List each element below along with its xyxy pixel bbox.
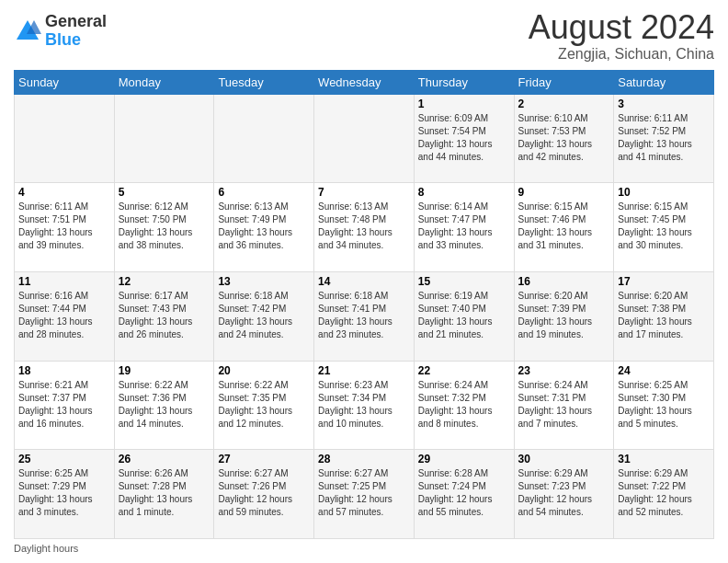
calendar-cell: 7Sunrise: 6:13 AM Sunset: 7:48 PM Daylig… bbox=[314, 183, 415, 272]
day-number: 4 bbox=[18, 186, 110, 199]
day-number: 17 bbox=[618, 275, 710, 288]
day-number: 14 bbox=[318, 275, 410, 288]
day-number: 7 bbox=[318, 186, 410, 199]
logo-icon bbox=[14, 17, 41, 45]
calendar-cell bbox=[15, 94, 115, 183]
day-info: Sunrise: 6:23 AM Sunset: 7:34 PM Dayligh… bbox=[318, 379, 410, 431]
day-info: Sunrise: 6:16 AM Sunset: 7:44 PM Dayligh… bbox=[18, 290, 110, 341]
calendar-cell: 25Sunrise: 6:25 AM Sunset: 7:29 PM Dayli… bbox=[15, 450, 115, 539]
calendar-cell: 23Sunrise: 6:24 AM Sunset: 7:31 PM Dayli… bbox=[514, 361, 614, 450]
calendar-table: SundayMondayTuesdayWednesdayThursdayFrid… bbox=[14, 70, 714, 539]
day-info: Sunrise: 6:18 AM Sunset: 7:41 PM Dayligh… bbox=[318, 290, 410, 341]
day-info: Sunrise: 6:22 AM Sunset: 7:36 PM Dayligh… bbox=[119, 379, 210, 431]
day-number: 21 bbox=[318, 364, 410, 377]
calendar-cell: 30Sunrise: 6:29 AM Sunset: 7:23 PM Dayli… bbox=[514, 450, 614, 539]
calendar-cell: 26Sunrise: 6:26 AM Sunset: 7:28 PM Dayli… bbox=[114, 450, 214, 539]
calendar-cell: 19Sunrise: 6:22 AM Sunset: 7:36 PM Dayli… bbox=[114, 361, 214, 450]
main-title: August 2024 bbox=[529, 9, 714, 46]
day-info: Sunrise: 6:15 AM Sunset: 7:46 PM Dayligh… bbox=[518, 201, 610, 252]
day-info: Sunrise: 6:24 AM Sunset: 7:31 PM Dayligh… bbox=[518, 379, 610, 431]
calendar-cell: 17Sunrise: 6:20 AM Sunset: 7:38 PM Dayli… bbox=[614, 271, 714, 361]
day-number: 6 bbox=[218, 186, 310, 199]
day-number: 1 bbox=[418, 98, 510, 110]
day-info: Sunrise: 6:29 AM Sunset: 7:22 PM Dayligh… bbox=[618, 467, 710, 519]
day-info: Sunrise: 6:20 AM Sunset: 7:39 PM Dayligh… bbox=[518, 290, 610, 341]
calendar-cell: 6Sunrise: 6:13 AM Sunset: 7:49 PM Daylig… bbox=[214, 183, 314, 272]
day-number: 2 bbox=[518, 98, 610, 110]
calendar-cell: 21Sunrise: 6:23 AM Sunset: 7:34 PM Dayli… bbox=[314, 361, 415, 450]
header: General Blue August 2024 Zengjia, Sichua… bbox=[14, 9, 714, 63]
day-info: Sunrise: 6:20 AM Sunset: 7:38 PM Dayligh… bbox=[618, 290, 710, 341]
calendar-header-row: SundayMondayTuesdayWednesdayThursdayFrid… bbox=[15, 70, 714, 94]
day-number: 25 bbox=[18, 453, 110, 465]
calendar-cell bbox=[114, 94, 214, 183]
day-number: 31 bbox=[618, 453, 710, 465]
day-info: Sunrise: 6:19 AM Sunset: 7:40 PM Dayligh… bbox=[418, 290, 510, 341]
calendar-week-row: 25Sunrise: 6:25 AM Sunset: 7:29 PM Dayli… bbox=[15, 450, 714, 539]
calendar-cell: 31Sunrise: 6:29 AM Sunset: 7:22 PM Dayli… bbox=[614, 450, 714, 539]
calendar-cell: 9Sunrise: 6:15 AM Sunset: 7:46 PM Daylig… bbox=[514, 183, 614, 272]
day-number: 12 bbox=[119, 275, 210, 288]
calendar-cell: 28Sunrise: 6:27 AM Sunset: 7:25 PM Dayli… bbox=[314, 450, 415, 539]
calendar-cell: 29Sunrise: 6:28 AM Sunset: 7:24 PM Dayli… bbox=[414, 450, 514, 539]
calendar-day-header: Monday bbox=[114, 70, 214, 94]
calendar-cell: 18Sunrise: 6:21 AM Sunset: 7:37 PM Dayli… bbox=[15, 361, 115, 450]
day-number: 23 bbox=[518, 364, 610, 377]
day-number: 28 bbox=[318, 453, 410, 465]
calendar-cell: 20Sunrise: 6:22 AM Sunset: 7:35 PM Dayli… bbox=[214, 361, 314, 450]
calendar-cell: 13Sunrise: 6:18 AM Sunset: 7:42 PM Dayli… bbox=[214, 271, 314, 361]
calendar-day-header: Wednesday bbox=[314, 70, 415, 94]
logo-blue-text: Blue bbox=[45, 31, 107, 50]
calendar-cell: 11Sunrise: 6:16 AM Sunset: 7:44 PM Dayli… bbox=[15, 271, 115, 361]
day-number: 16 bbox=[518, 275, 610, 288]
day-number: 3 bbox=[618, 98, 710, 110]
calendar-day-header: Tuesday bbox=[214, 70, 314, 94]
calendar-day-header: Saturday bbox=[614, 70, 714, 94]
day-info: Sunrise: 6:13 AM Sunset: 7:48 PM Dayligh… bbox=[318, 201, 410, 252]
day-info: Sunrise: 6:22 AM Sunset: 7:35 PM Dayligh… bbox=[218, 379, 310, 431]
calendar-week-row: 18Sunrise: 6:21 AM Sunset: 7:37 PM Dayli… bbox=[15, 361, 714, 450]
title-block: August 2024 Zengjia, Sichuan, China bbox=[529, 9, 714, 63]
day-number: 5 bbox=[119, 186, 210, 199]
day-info: Sunrise: 6:18 AM Sunset: 7:42 PM Dayligh… bbox=[218, 290, 310, 341]
day-number: 26 bbox=[119, 453, 210, 465]
logo-general-text: General bbox=[45, 13, 107, 31]
day-number: 24 bbox=[618, 364, 710, 377]
calendar-cell: 15Sunrise: 6:19 AM Sunset: 7:40 PM Dayli… bbox=[414, 271, 514, 361]
day-info: Sunrise: 6:15 AM Sunset: 7:45 PM Dayligh… bbox=[618, 201, 710, 252]
day-info: Sunrise: 6:12 AM Sunset: 7:50 PM Dayligh… bbox=[119, 201, 210, 252]
day-info: Sunrise: 6:27 AM Sunset: 7:25 PM Dayligh… bbox=[318, 467, 410, 519]
day-number: 29 bbox=[418, 453, 510, 465]
day-info: Sunrise: 6:17 AM Sunset: 7:43 PM Dayligh… bbox=[119, 290, 210, 341]
calendar-cell: 22Sunrise: 6:24 AM Sunset: 7:32 PM Dayli… bbox=[414, 361, 514, 450]
day-number: 20 bbox=[218, 364, 310, 377]
day-number: 22 bbox=[418, 364, 510, 377]
calendar-cell: 1Sunrise: 6:09 AM Sunset: 7:54 PM Daylig… bbox=[414, 94, 514, 183]
day-number: 9 bbox=[518, 186, 610, 199]
day-number: 27 bbox=[218, 453, 310, 465]
calendar-day-header: Thursday bbox=[414, 70, 514, 94]
day-info: Sunrise: 6:14 AM Sunset: 7:47 PM Dayligh… bbox=[418, 201, 510, 252]
calendar-cell: 27Sunrise: 6:27 AM Sunset: 7:26 PM Dayli… bbox=[214, 450, 314, 539]
calendar-cell: 14Sunrise: 6:18 AM Sunset: 7:41 PM Dayli… bbox=[314, 271, 415, 361]
day-number: 13 bbox=[218, 275, 310, 288]
day-number: 18 bbox=[18, 364, 110, 377]
day-info: Sunrise: 6:09 AM Sunset: 7:54 PM Dayligh… bbox=[418, 112, 510, 164]
calendar-day-header: Sunday bbox=[15, 70, 115, 94]
page: General Blue August 2024 Zengjia, Sichua… bbox=[0, 0, 728, 563]
calendar-cell: 4Sunrise: 6:11 AM Sunset: 7:51 PM Daylig… bbox=[15, 183, 115, 272]
day-info: Sunrise: 6:13 AM Sunset: 7:49 PM Dayligh… bbox=[218, 201, 310, 252]
calendar-cell: 8Sunrise: 6:14 AM Sunset: 7:47 PM Daylig… bbox=[414, 183, 514, 272]
footer: Daylight hours bbox=[14, 543, 714, 554]
day-info: Sunrise: 6:11 AM Sunset: 7:52 PM Dayligh… bbox=[618, 112, 710, 164]
day-info: Sunrise: 6:10 AM Sunset: 7:53 PM Dayligh… bbox=[518, 112, 610, 164]
logo: General Blue bbox=[14, 13, 107, 50]
logo-text: General Blue bbox=[45, 13, 107, 50]
day-info: Sunrise: 6:28 AM Sunset: 7:24 PM Dayligh… bbox=[418, 467, 510, 519]
day-info: Sunrise: 6:25 AM Sunset: 7:30 PM Dayligh… bbox=[618, 379, 710, 431]
subtitle: Zengjia, Sichuan, China bbox=[529, 46, 714, 63]
calendar-week-row: 11Sunrise: 6:16 AM Sunset: 7:44 PM Dayli… bbox=[15, 271, 714, 361]
calendar-week-row: 1Sunrise: 6:09 AM Sunset: 7:54 PM Daylig… bbox=[15, 94, 714, 183]
day-info: Sunrise: 6:26 AM Sunset: 7:28 PM Dayligh… bbox=[119, 467, 210, 519]
day-number: 15 bbox=[418, 275, 510, 288]
